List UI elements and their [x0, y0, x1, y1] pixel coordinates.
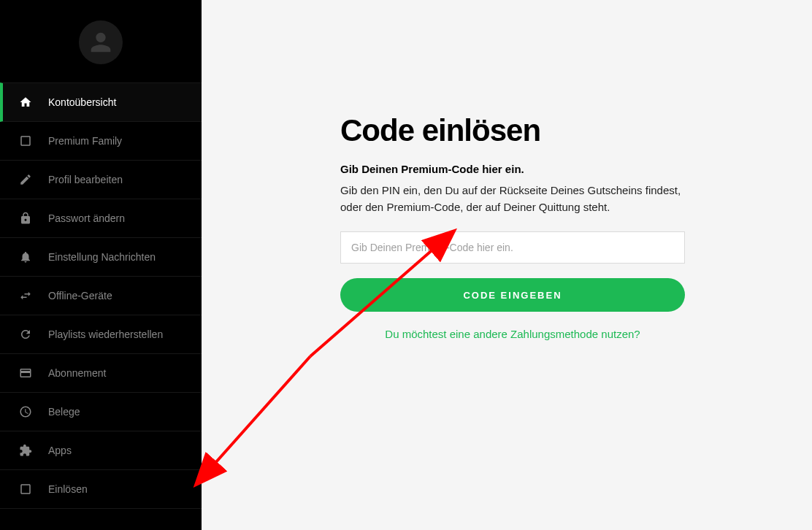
sidebar-item-label: Playlists wiederherstellen [48, 329, 163, 340]
page-title: Code einlösen [340, 113, 754, 148]
home-icon [19, 96, 32, 109]
clock-icon [19, 405, 32, 418]
sidebar-item-notification-settings[interactable]: Einstellung Nachrichten [0, 238, 202, 277]
sidebar-item-subscription[interactable]: Abonnement [0, 354, 202, 393]
sidebar-item-apps[interactable]: Apps [0, 431, 202, 470]
premium-code-input[interactable] [340, 231, 685, 264]
nav-list: Kontoübersicht Premium Family Profil bea… [0, 82, 202, 509]
sidebar-item-label: Apps [48, 445, 72, 456]
submit-code-button[interactable]: CODE EINGEBEN [340, 278, 685, 312]
card-icon [19, 366, 32, 380]
family-icon [19, 134, 32, 147]
sidebar-item-restore-playlists[interactable]: Playlists wiederherstellen [0, 315, 202, 354]
sidebar-item-label: Passwort ändern [48, 212, 125, 224]
lock-icon [19, 212, 32, 225]
sidebar-item-label: Einstellung Nachrichten [48, 251, 156, 263]
sidebar-item-redeem[interactable]: Einlösen [0, 470, 202, 509]
avatar[interactable] [79, 20, 123, 64]
sidebar-item-label: Einlösen [48, 483, 88, 495]
pencil-icon [19, 173, 32, 186]
sidebar-item-overview[interactable]: Kontoübersicht [0, 82, 202, 122]
avatar-section [0, 0, 202, 82]
page-subtitle: Gib Deinen Premium-Code hier ein. [340, 163, 754, 175]
sidebar-item-premium-family[interactable]: Premium Family [0, 122, 202, 161]
person-icon [86, 28, 115, 57]
sidebar-item-offline-devices[interactable]: Offline-Geräte [0, 277, 202, 315]
sidebar-item-receipts[interactable]: Belege [0, 393, 202, 431]
puzzle-icon [19, 444, 32, 457]
sidebar-item-label: Belege [48, 406, 80, 418]
sidebar-item-edit-profile[interactable]: Profil bearbeiten [0, 161, 202, 199]
redeem-icon [19, 483, 32, 496]
sidebar-item-label: Premium Family [48, 135, 122, 147]
main-content: Code einlösen Gib Deinen Premium-Code hi… [202, 0, 812, 530]
sidebar-item-label: Offline-Geräte [48, 290, 112, 302]
sidebar-item-label: Kontoübersicht [48, 96, 116, 108]
page-description: Gib den PIN ein, den Du auf der Rückseit… [340, 183, 683, 215]
sidebar-item-label: Abonnement [48, 367, 106, 379]
restore-icon [19, 328, 32, 341]
sidebar-item-change-password[interactable]: Passwort ändern [0, 199, 202, 238]
bell-icon [19, 250, 32, 264]
sidebar-item-label: Profil bearbeiten [48, 174, 123, 185]
offline-icon [19, 289, 32, 302]
alt-payment-link[interactable]: Du möchtest eine andere Zahlungsmethode … [340, 328, 685, 340]
sidebar: Kontoübersicht Premium Family Profil bea… [0, 0, 202, 530]
